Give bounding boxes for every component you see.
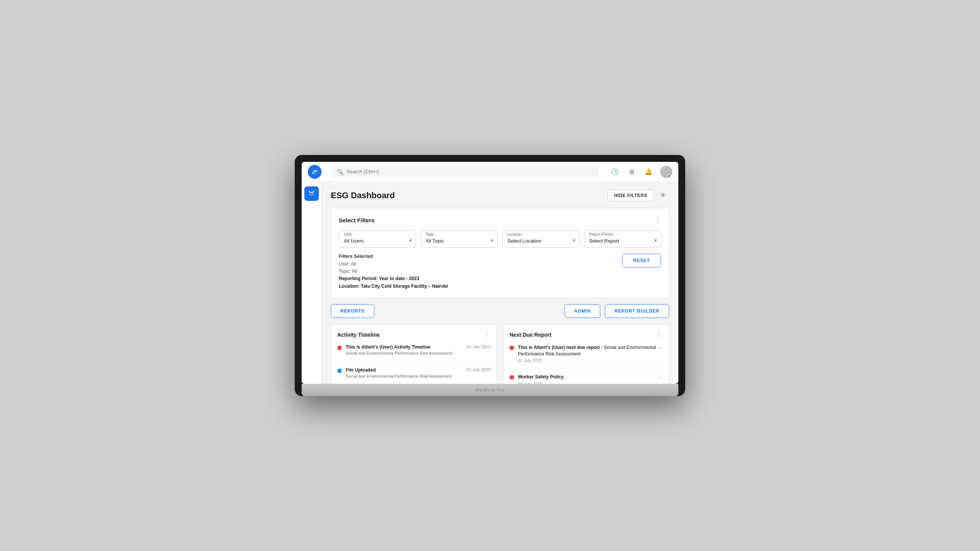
bell-icon[interactable]: 🔔 <box>643 166 654 177</box>
main-layout: ESG Dashboard HIDE FILTERS 👁 Select Filt… <box>302 182 678 384</box>
admin-button[interactable]: ADMIN <box>565 304 600 318</box>
filter-dropdowns: User All Users ▾ Topic All Topic <box>339 230 661 248</box>
hide-filters-area: HIDE FILTERS 👁 <box>608 189 669 202</box>
history-icon[interactable]: 🕐 <box>609 166 620 177</box>
location-filter-wrapper: Location Select Location ▾ <box>502 230 580 248</box>
filter-reporting-value: Reporting Period: Year to date - 2023 <box>339 275 622 282</box>
timeline-dot-blue <box>337 368 342 373</box>
due-title-row: This is Albert's (User) next due report … <box>518 344 663 357</box>
filter-card-header: Select Filters ⋮ <box>339 216 661 224</box>
reports-button[interactable]: REPORTS <box>331 304 374 318</box>
due-item-date: 01 July 2023 <box>518 382 663 384</box>
due-report-item: Worker Safety Policy ··· 01 July 2023 <box>510 374 663 384</box>
topic-filter-label: Topic <box>426 232 493 236</box>
search-input[interactable] <box>346 169 594 174</box>
user-filter-select[interactable]: All Users <box>344 238 411 244</box>
timeline-item: This is Albert's (User) Activity Timelin… <box>337 344 490 362</box>
location-filter-select[interactable]: Select Location <box>507 238 575 244</box>
logo-area <box>308 165 322 179</box>
report-period-filter-wrapper: Report Period Select Report ▾ <box>584 230 662 248</box>
next-due-report-more-icon[interactable]: ⋮ <box>655 331 663 339</box>
search-icon: 🔍 <box>337 169 343 175</box>
due-title-row: Worker Safety Policy ··· <box>518 374 663 381</box>
timeline-item-subtitle: Social and Environmental Performance Ris… <box>346 373 490 379</box>
due-item-actions[interactable]: ··· <box>658 344 663 351</box>
due-item-actions[interactable]: ··· <box>658 374 663 381</box>
activity-timeline-title: Activity Timeline <box>337 332 380 338</box>
due-item-title-bold: This is Albert's (User) next due report <box>518 345 600 350</box>
filters-selected-info: Filters Selected User: All Topic: All Re… <box>339 254 622 290</box>
due-report-item: This is Albert's (User) next due report … <box>510 344 663 369</box>
filter-location-value: Location: Tatu City Cold Storage Facilit… <box>339 283 622 290</box>
right-action-buttons: ADMIN REPORT BUILDER <box>565 304 669 318</box>
user-filter-wrapper: User All Users ▾ <box>339 230 416 248</box>
user-filter-label: User <box>344 232 411 236</box>
due-dot-red <box>510 375 514 380</box>
timeline-item-title: File Uploaded <box>346 367 376 373</box>
due-item-title-bold: Worker Safety Policy <box>518 374 564 380</box>
filters-selected-title: Filters Selected <box>339 254 622 259</box>
search-area[interactable]: 🔍 <box>332 166 599 177</box>
activity-timeline-header: Activity Timeline ⋮ <box>337 331 490 339</box>
due-item-title: Worker Safety Policy <box>518 374 658 380</box>
sidebar-nav-button[interactable] <box>304 186 319 201</box>
timeline-title-row: File Uploaded 01 July 2023 <box>346 367 490 373</box>
dashboard-cards: Activity Timeline ⋮ This is Albert's (Us… <box>331 324 669 384</box>
filter-more-icon[interactable]: ⋮ <box>654 216 661 224</box>
timeline-title-row: This is Albert's (User) Activity Timelin… <box>346 344 490 350</box>
logo-icon[interactable] <box>308 165 322 179</box>
due-content: Worker Safety Policy ··· 01 July 2023 <box>518 374 663 384</box>
report-period-filter-select[interactable]: Select Report <box>589 238 657 244</box>
reset-button[interactable]: RESET <box>622 254 661 267</box>
filter-topic-value: Topic: All <box>339 268 622 275</box>
topic-filter-wrapper: Topic All Topic ▾ <box>421 230 498 248</box>
activity-timeline-card: Activity Timeline ⋮ This is Albert's (Us… <box>331 324 497 384</box>
filters-selected-section: Filters Selected User: All Topic: All Re… <box>339 254 661 290</box>
next-due-report-card: Next Due Report ⋮ This is Albert's (User… <box>503 324 669 384</box>
timeline-item: File Uploaded 01 July 2023 Social and En… <box>337 367 490 379</box>
content-area: ESG Dashboard HIDE FILTERS 👁 Select Filt… <box>322 182 678 384</box>
filter-user-value: User: All <box>339 261 622 268</box>
topnav: 🔍 🕐 ⊞ 🔔 <box>302 162 678 182</box>
timeline-item-title: This is Albert's (User) Activity Timelin… <box>346 344 430 350</box>
topic-filter-select[interactable]: All Topic <box>426 238 493 244</box>
timeline-content: This is Albert's (User) Activity Timelin… <box>346 344 490 356</box>
timeline-item-subtitle: Social and Environmental Performance Ris… <box>346 350 490 356</box>
due-item-title: This is Albert's (User) next due report … <box>518 344 658 357</box>
nav-icons: 🕐 ⊞ 🔔 <box>609 166 672 178</box>
due-dot-red <box>510 346 514 350</box>
sidebar <box>302 182 322 384</box>
next-due-report-header: Next Due Report ⋮ <box>510 331 663 339</box>
macbook-label: MacBook Pro <box>475 388 505 392</box>
avatar[interactable] <box>660 166 672 178</box>
laptop-base: MacBook Pro <box>302 384 678 396</box>
timeline-content: File Uploaded 01 July 2023 Social and En… <box>346 367 490 379</box>
due-content: This is Albert's (User) next due report … <box>518 344 663 363</box>
filter-card: Select Filters ⋮ User All Users <box>331 208 669 298</box>
action-buttons: REPORTS ADMIN REPORT BUILDER <box>331 304 669 318</box>
grid-icon[interactable]: ⊞ <box>626 166 637 177</box>
timeline-item-date: 01 July 2023 <box>467 344 490 349</box>
activity-timeline-more-icon[interactable]: ⋮ <box>483 331 490 339</box>
due-item-date: 01 July 2023 <box>518 358 663 363</box>
timeline-item-date: 01 July 2023 <box>467 367 490 372</box>
timeline-dot-red <box>337 346 342 350</box>
report-builder-button[interactable]: REPORT BUILDER <box>605 304 669 318</box>
filter-card-title: Select Filters <box>339 217 374 223</box>
location-filter-label: Location <box>507 232 575 236</box>
next-due-report-title: Next Due Report <box>510 332 552 338</box>
page-title: ESG Dashboard <box>331 191 395 201</box>
report-period-filter-label: Report Period <box>589 232 657 236</box>
page-header: ESG Dashboard HIDE FILTERS 👁 <box>331 189 669 202</box>
hide-filters-button[interactable]: HIDE FILTERS <box>608 190 654 201</box>
visibility-icon[interactable]: 👁 <box>657 189 669 202</box>
